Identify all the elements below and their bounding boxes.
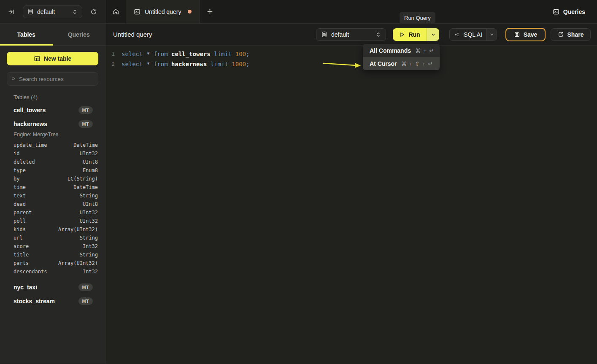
main-area: Tables Queries New table Tables (4) cell… <box>0 24 597 364</box>
queries-button[interactable]: Queries <box>541 0 597 23</box>
table-item-hackernews[interactable]: hackernewsMT <box>7 117 98 131</box>
column-row-title[interactable]: titleString <box>14 251 98 259</box>
app-window: default Untitled query Queries <box>0 0 597 364</box>
run-options-button[interactable] <box>427 28 439 41</box>
column-row-parts[interactable]: partsArray(UInt32) <box>14 259 98 267</box>
sidebar-tab-tables[interactable]: Tables <box>0 24 53 45</box>
toolbar-database-value: default <box>331 31 372 38</box>
save-button[interactable]: Save <box>505 28 546 41</box>
table-engine-label: Engine: MergeTree <box>7 131 98 140</box>
menu-item-shortcut: ⌘ + ↵ <box>415 47 434 54</box>
sql-token: ; <box>246 61 249 67</box>
column-name: update_time <box>14 142 73 148</box>
column-name: text <box>14 193 80 199</box>
column-row-text[interactable]: textString <box>14 191 98 200</box>
column-row-parent[interactable]: parentUInt32 <box>14 208 98 217</box>
sql-token: * <box>146 51 154 57</box>
menu-item-at-cursor[interactable]: At Cursor⌘ + ⇧ + ↵ <box>363 57 440 70</box>
column-type: String <box>80 193 98 199</box>
refresh-button[interactable] <box>88 6 99 17</box>
column-type: LC(String) <box>68 176 98 182</box>
new-tab-button[interactable] <box>200 0 220 23</box>
plus-icon <box>207 8 213 15</box>
code-content: select * from hackernews limit 1000; <box>122 59 249 69</box>
sidebar-tab-queries[interactable]: Queries <box>53 24 105 45</box>
column-row-deleted[interactable]: deletedUInt8 <box>14 158 98 166</box>
column-type: Int32 <box>83 243 98 249</box>
top-bar: default Untitled query Queries <box>0 0 597 24</box>
table-item-stocks_stream[interactable]: stocks_streamMT <box>7 294 98 308</box>
run-query-tooltip: Run Query <box>400 12 435 24</box>
search-input[interactable] <box>19 76 94 82</box>
collapse-sidebar-button[interactable] <box>6 6 17 17</box>
tab-untitled-query[interactable]: Untitled query <box>126 0 200 23</box>
sparkle-icon <box>454 31 460 38</box>
sql-token: limit <box>214 51 235 57</box>
search-box[interactable] <box>7 72 98 86</box>
home-button[interactable] <box>105 0 126 23</box>
table-item-nyc_taxi[interactable]: nyc_taxiMT <box>7 280 98 294</box>
mergetree-badge: MT <box>78 120 93 128</box>
sql-token: * <box>146 61 154 67</box>
column-row-poll[interactable]: pollUInt32 <box>14 217 98 225</box>
toolbar-database-selector[interactable]: default <box>316 28 386 41</box>
table-name: cell_towers <box>14 107 78 113</box>
database-selector-value: default <box>37 8 69 15</box>
share-button[interactable]: Share <box>551 28 591 41</box>
sql-token: select <box>122 51 146 57</box>
menu-item-all-commands[interactable]: All Commands⌘ + ↵ <box>363 44 440 57</box>
queries-icon <box>553 8 559 15</box>
menu-item-label: At Cursor <box>370 60 397 67</box>
column-name: by <box>14 176 68 182</box>
column-row-score[interactable]: scoreInt32 <box>14 242 98 251</box>
sql-token: limit <box>211 61 232 67</box>
queries-button-label: Queries <box>563 8 585 15</box>
sql-editor[interactable]: 1select * from cell_towers limit 100;2se… <box>105 46 597 364</box>
query-toolbar: Untitled query default Run <box>105 24 597 46</box>
table-item-cell_towers[interactable]: cell_towersMT <box>7 103 98 117</box>
column-row-update_time[interactable]: update_timeDateTime <box>14 141 98 149</box>
home-icon <box>112 8 119 15</box>
column-name: url <box>14 235 80 241</box>
sql-token: from <box>154 51 171 57</box>
database-selector[interactable]: default <box>23 5 82 18</box>
query-workspace: Untitled query default Run <box>105 24 597 364</box>
share-button-label: Share <box>567 31 584 38</box>
column-type: UInt32 <box>80 151 98 156</box>
terminal-icon <box>134 8 140 15</box>
menu-item-shortcut: ⌘ + ⇧ + ↵ <box>401 60 433 67</box>
sql-ai-options-button[interactable] <box>486 29 497 40</box>
column-name: title <box>14 252 80 258</box>
column-row-id[interactable]: idUInt32 <box>14 149 98 158</box>
chevron-down-icon <box>431 32 436 37</box>
table-icon <box>34 55 41 62</box>
sql-token: cell_towers <box>171 51 214 57</box>
column-row-descendants[interactable]: descendantsInt32 <box>14 267 98 276</box>
column-row-dead[interactable]: deadUInt8 <box>14 200 98 208</box>
column-row-type[interactable]: typeEnum8 <box>14 166 98 175</box>
column-row-by[interactable]: byLC(String) <box>14 175 98 183</box>
sidebar-tab-tables-label: Tables <box>17 31 35 38</box>
new-table-button[interactable]: New table <box>7 52 98 65</box>
column-name: deleted <box>14 159 83 165</box>
sql-token: 100 <box>235 51 246 57</box>
code-content: select * from cell_towers limit 100; <box>122 49 250 59</box>
column-name: parent <box>14 210 80 216</box>
code-line-1[interactable]: 1select * from cell_towers limit 100; <box>105 49 597 59</box>
column-name: parts <box>14 260 58 266</box>
column-row-url[interactable]: urlString <box>14 234 98 242</box>
sidebar-header: default <box>0 0 105 23</box>
column-row-kids[interactable]: kidsArray(UInt32) <box>14 225 98 234</box>
sql-ai-button[interactable]: SQL AI <box>450 29 486 40</box>
chevron-down-icon <box>489 32 494 37</box>
run-button[interactable]: Run <box>393 28 427 41</box>
sql-token: select <box>122 61 146 67</box>
tables-section-label: Tables (4) <box>14 94 98 100</box>
unsaved-indicator-dot <box>188 10 192 13</box>
table-name: stocks_stream <box>14 298 78 305</box>
refresh-icon <box>90 8 97 15</box>
column-row-time[interactable]: timeDateTime <box>14 183 98 191</box>
play-icon <box>399 32 405 38</box>
column-name: kids <box>14 226 58 232</box>
columns-list: update_timeDateTimeidUInt32deletedUInt8t… <box>7 140 98 280</box>
